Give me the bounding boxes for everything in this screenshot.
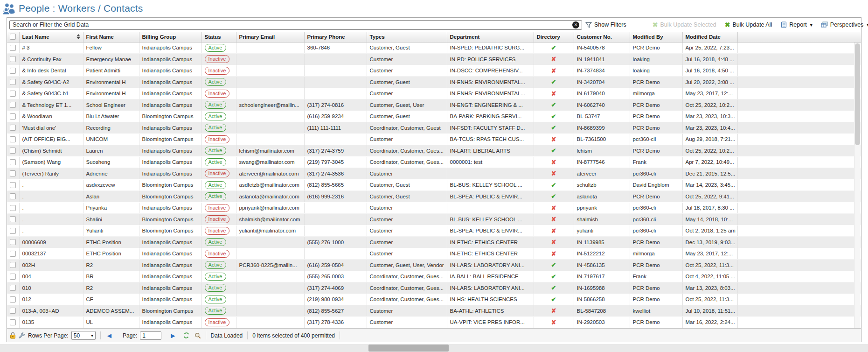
col-header-first-name[interactable]: First Name bbox=[83, 32, 139, 42]
data-loaded-status: Data Loaded bbox=[211, 332, 243, 339]
cell-billing-group: Indianapolis Campus bbox=[139, 271, 201, 282]
cell-first-name: Suosheng bbox=[83, 156, 139, 168]
row-checkbox[interactable] bbox=[10, 182, 16, 188]
vertical-scrollbar[interactable] bbox=[854, 42, 861, 328]
col-header-primary-email[interactable]: Primary Email bbox=[236, 32, 304, 42]
cell-last-name: (AIT OFFICE) EIG... bbox=[19, 134, 83, 145]
cell-filler bbox=[737, 122, 861, 134]
row-checkbox[interactable] bbox=[10, 68, 16, 74]
cell-last-name: (Chism) Schmidt bbox=[19, 145, 83, 157]
col-header-customer-no[interactable]: Customer No. bbox=[574, 32, 630, 42]
row-checkbox[interactable] bbox=[10, 170, 16, 176]
row-checkbox[interactable] bbox=[10, 193, 16, 199]
row-checkbox[interactable] bbox=[10, 228, 16, 234]
table-row[interactable]: 002H R2 Indianapolis Campus Active PCR36… bbox=[7, 260, 861, 271]
row-checkbox[interactable] bbox=[10, 251, 16, 257]
table-row[interactable]: 013-A, 003+AD ADEMCO ASSEM... Bloomingto… bbox=[7, 305, 861, 317]
horizontal-scrollbar-thumb[interactable] bbox=[368, 345, 449, 352]
table-row[interactable]: & Continuity Fax Emergency Manae Indiana… bbox=[7, 54, 861, 65]
row-checkbox[interactable] bbox=[10, 102, 16, 108]
cell-modified-date: Mar 13, 2023, 8:03... bbox=[682, 282, 737, 294]
col-header-modified-date[interactable]: Modified Date bbox=[682, 32, 737, 42]
col-header-primary-phone[interactable]: Primary Phone bbox=[304, 32, 367, 42]
row-checkbox[interactable] bbox=[10, 285, 16, 291]
prev-page-button[interactable]: ◀ bbox=[105, 332, 113, 339]
col-header-types[interactable]: Types bbox=[367, 32, 447, 42]
row-checkbox[interactable] bbox=[10, 113, 16, 120]
clear-search-icon[interactable]: ✕ bbox=[572, 21, 579, 28]
cell-last-name: & Technology ET 1... bbox=[19, 99, 83, 111]
col-header-billing-group[interactable]: Billing Group bbox=[139, 32, 201, 42]
table-row[interactable]: . Yulianti Bloomington Campus Inactive y… bbox=[7, 225, 861, 237]
cell-department: IN-ENHS: ENVIRONMENTAL... bbox=[447, 77, 534, 88]
cell-customer-no: lchism bbox=[574, 145, 630, 157]
row-checkbox[interactable] bbox=[10, 45, 16, 51]
next-page-button[interactable]: ▶ bbox=[169, 332, 177, 339]
table-row[interactable]: & Safety G043C-A2 Environmental H Indian… bbox=[7, 77, 861, 88]
bulk-update-all-label: Bulk Update All bbox=[732, 21, 772, 28]
bulk-update-all-button[interactable]: ✖ Bulk Update All bbox=[722, 19, 776, 30]
wrench-icon[interactable] bbox=[19, 332, 25, 339]
table-row[interactable]: 004 BR Indianapolis Campus Active (555) … bbox=[7, 271, 861, 282]
cell-primary-email bbox=[236, 54, 304, 65]
row-checkbox[interactable] bbox=[10, 79, 16, 85]
row-checkbox[interactable] bbox=[10, 136, 16, 142]
table-row[interactable]: # 3 Fellow Indianapolis Campus Active 36… bbox=[7, 42, 861, 54]
table-row[interactable]: (AIT OFFICE) EIG... UNICOM Bloomington C… bbox=[7, 134, 861, 145]
row-checkbox[interactable] bbox=[10, 319, 16, 325]
zoom-search-button[interactable] bbox=[194, 332, 201, 339]
row-checkbox[interactable] bbox=[10, 159, 16, 165]
refresh-button[interactable] bbox=[183, 332, 190, 339]
row-checkbox[interactable] bbox=[10, 125, 16, 131]
report-button[interactable]: Report ▾ bbox=[777, 19, 816, 30]
vertical-scrollbar-thumb[interactable] bbox=[855, 43, 860, 145]
col-header-department[interactable]: Department bbox=[447, 32, 534, 42]
select-all-checkbox[interactable] bbox=[10, 34, 16, 40]
table-row[interactable]: & Woodlawn Blu Lt Atwater Bloomington Ca… bbox=[7, 111, 861, 122]
cell-primary-email bbox=[236, 42, 304, 54]
row-checkbox[interactable] bbox=[10, 56, 16, 62]
table-row[interactable]: 010 R2 Indianapolis Campus Active (317) … bbox=[7, 282, 861, 294]
search-input[interactable] bbox=[9, 20, 582, 30]
table-row[interactable]: . Shalini Bloomington Campus Inactive sh… bbox=[7, 214, 861, 225]
cell-modified-date: May 14, 2018, 10:... bbox=[682, 214, 737, 225]
col-header-directory[interactable]: Directory bbox=[534, 32, 574, 42]
row-checkbox[interactable] bbox=[10, 262, 16, 268]
row-checkbox[interactable] bbox=[10, 296, 16, 303]
table-row[interactable]: . Aslan Bloomington Campus Active aslano… bbox=[7, 191, 861, 203]
cell-department: IN-SPED: PEDIATRIC SURG... bbox=[447, 42, 534, 54]
col-header-last-name[interactable]: Last Name bbox=[19, 32, 83, 42]
table-row[interactable]: & Technology ET 1... School Engineer Ind… bbox=[7, 99, 861, 111]
bulk-update-selected-button[interactable]: ✖ Bulk Update Selected bbox=[649, 19, 720, 30]
page-number-input[interactable] bbox=[140, 331, 161, 340]
cell-billing-group: Indianapolis Campus bbox=[139, 317, 201, 328]
row-checkbox[interactable] bbox=[10, 148, 16, 154]
table-row[interactable]: (Samson) Wang Suosheng Indianapolis Camp… bbox=[7, 156, 861, 168]
perspectives-button[interactable]: Perspectives ▾ bbox=[818, 19, 868, 30]
table-row[interactable]: (Terveer) Ranly Adrienne Indianapolis Ca… bbox=[7, 168, 861, 180]
row-checkbox[interactable] bbox=[10, 308, 16, 314]
table-row[interactable]: 00006609 ETHC Position Indianapolis Camp… bbox=[7, 237, 861, 248]
table-row[interactable]: . Priyanka Indianapolis Campus Inactive … bbox=[7, 202, 861, 214]
cell-billing-group: Indianapolis Campus bbox=[139, 145, 201, 157]
table-row[interactable]: 'Must dial one' Recording Indianapolis C… bbox=[7, 122, 861, 134]
table-row[interactable]: & Info desk Dental Patient Admitti India… bbox=[7, 65, 861, 77]
show-filters-button[interactable]: Show Filters bbox=[582, 19, 630, 30]
col-header-modified-by[interactable]: Modified By bbox=[630, 32, 682, 42]
table-row[interactable]: & Safety G043C-b1 Environmental H Indian… bbox=[7, 88, 861, 99]
table-row[interactable]: . asdvxzcvew Bloomington Campus Active a… bbox=[7, 179, 861, 191]
horizontal-scrollbar[interactable] bbox=[0, 344, 868, 352]
col-header-status[interactable]: Status bbox=[201, 32, 236, 42]
col-header-filler bbox=[737, 32, 861, 42]
table-row[interactable]: 012 CF Indianapolis Campus Active (219) … bbox=[7, 294, 861, 305]
row-checkbox[interactable] bbox=[10, 216, 16, 222]
table-row[interactable]: 00032137 ETHC Position Indianapolis Camp… bbox=[7, 248, 861, 260]
row-checkbox[interactable] bbox=[10, 91, 16, 97]
table-row[interactable]: (Chism) Schmidt Lauren Indianapolis Camp… bbox=[7, 145, 861, 157]
rows-per-page-select[interactable]: 50 ▾ bbox=[71, 331, 96, 340]
row-checkbox[interactable] bbox=[10, 239, 16, 245]
row-checkbox[interactable] bbox=[10, 205, 16, 211]
row-checkbox[interactable] bbox=[10, 274, 16, 280]
cell-department: BL-SPEA: PUBLIC & ENVIR... bbox=[447, 191, 534, 203]
table-row[interactable]: 0135 UL Indianapolis Campus Inactive (31… bbox=[7, 317, 861, 328]
